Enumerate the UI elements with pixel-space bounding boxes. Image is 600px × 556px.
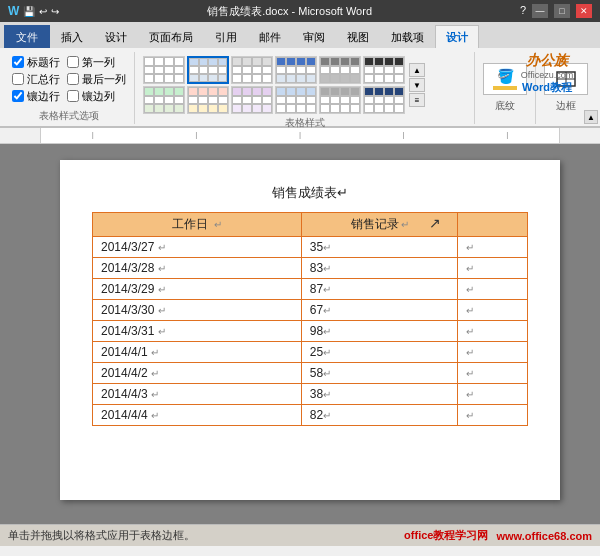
help-button[interactable]: ? <box>520 4 526 18</box>
styles-scroll-down[interactable]: ▼ <box>409 78 425 92</box>
table-style-4[interactable] <box>275 56 317 84</box>
cell-extra: ↵ <box>458 342 528 363</box>
minimize-button[interactable]: — <box>532 4 548 18</box>
table-style-7[interactable] <box>143 86 185 114</box>
table-row: 2014/4/2 ↵ 58↵ ↵ <box>93 363 528 384</box>
total-row-label: 汇总行 <box>27 72 60 87</box>
cell-extra: ↵ <box>458 405 528 426</box>
banded-rows-option[interactable]: 镶边行 镶边列 <box>12 89 126 104</box>
sales-table-body: 2014/3/27 ↵ 35↵ ↵ 2014/3/28 ↵ 83↵ ↵ 2014… <box>93 237 528 426</box>
cell-extra: ↵ <box>458 279 528 300</box>
ruler: | | | | | <box>0 128 600 144</box>
table-row: 2014/3/30 ↵ 67↵ ↵ <box>93 300 528 321</box>
styles-expand[interactable]: ≡ <box>409 93 425 107</box>
tab-layout[interactable]: 页面布局 <box>138 25 204 48</box>
table-styles-row: ▲ ▼ ≡ <box>143 56 466 114</box>
table-style-3[interactable] <box>231 56 273 84</box>
tab-view[interactable]: 视图 <box>336 25 380 48</box>
office-site-url: www.office68.com <box>496 530 592 542</box>
total-row-option[interactable]: 汇总行 最后一列 <box>12 72 126 87</box>
table-style-12[interactable] <box>363 86 405 114</box>
tab-design-page[interactable]: 设计 <box>94 25 138 48</box>
tab-file[interactable]: 文件 <box>4 25 50 48</box>
cell-value: 82↵ <box>301 405 458 426</box>
title-bar: W 💾 ↩ ↪ 销售成绩表.docx - Microsoft Word ? — … <box>0 0 600 22</box>
cell-extra: ↵ <box>458 258 528 279</box>
first-col-label: 第一列 <box>82 55 115 70</box>
cell-date: 2014/4/2 ↵ <box>93 363 302 384</box>
cell-value: 98↵ <box>301 321 458 342</box>
banded-rows-checkbox[interactable] <box>12 90 24 102</box>
header-row-label: 标题行 <box>27 55 60 70</box>
window-controls: ? — □ ✕ <box>520 4 592 18</box>
tab-addins[interactable]: 加载项 <box>380 25 435 48</box>
doc-wrapper: 销售成绩表↵ 工作日 ↵ 销售记录↵ ↗ <box>40 160 560 500</box>
table-style-5[interactable] <box>319 56 361 84</box>
cell-date: 2014/4/1 ↵ <box>93 342 302 363</box>
logo-area: 办公族 Officezu.com Word教程 <box>502 52 592 95</box>
banded-rows-label: 镶边行 <box>27 89 60 104</box>
table-row: 2014/3/27 ↵ 35↵ ↵ <box>93 237 528 258</box>
table-row: 2014/4/3 ↵ 38↵ ↵ <box>93 384 528 405</box>
cell-value: 67↵ <box>301 300 458 321</box>
mouse-cursor: ↗ <box>429 215 441 231</box>
ribbon-content: 标题行 第一列 汇总行 最后一列 镶边行 镶边列 表格样式选项 <box>0 48 600 128</box>
quick-access-save[interactable]: 💾 <box>23 6 35 17</box>
tab-references[interactable]: 引用 <box>204 25 248 48</box>
document-title: 销售成绩表↵ <box>92 184 528 202</box>
tab-mailings[interactable]: 邮件 <box>248 25 292 48</box>
table-style-11[interactable] <box>319 86 361 114</box>
table-style-options-section: 标题行 第一列 汇总行 最后一列 镶边行 镶边列 表格样式选项 <box>4 52 135 124</box>
table-styles-section: ▲ ▼ ≡ 表格样式 <box>135 52 475 124</box>
cell-date: 2014/3/30 ↵ <box>93 300 302 321</box>
tab-insert[interactable]: 插入 <box>50 25 94 48</box>
quick-access-undo[interactable]: ↩ <box>39 6 47 17</box>
document-area: 销售成绩表↵ 工作日 ↵ 销售记录↵ ↗ <box>0 144 600 524</box>
logo-brand: 办公族 <box>502 52 592 70</box>
cell-date: 2014/4/3 ↵ <box>93 384 302 405</box>
table-header-sales: 销售记录↵ ↗ <box>301 213 458 237</box>
tab-review[interactable]: 审阅 <box>292 25 336 48</box>
header-row-checkbox[interactable] <box>12 56 24 68</box>
collapse-ribbon-button[interactable]: ▲ <box>584 110 598 124</box>
ribbon-tabs: 文件 插入 设计 页面布局 引用 邮件 审阅 视图 加载项 设计 <box>0 22 600 48</box>
logo-product: Word教程 <box>502 80 592 95</box>
sales-table: 工作日 ↵ 销售记录↵ ↗ 2014/3/27 ↵ 35↵ ↵ 2014/3 <box>92 212 528 426</box>
shading-label: 底纹 <box>495 99 515 113</box>
table-header-empty <box>458 213 528 237</box>
status-message: 单击并拖拽以将格式应用于表格边框。 <box>8 528 195 543</box>
table-style-9[interactable] <box>231 86 273 114</box>
cell-value: 25↵ <box>301 342 458 363</box>
table-style-8[interactable] <box>187 86 229 114</box>
cell-value: 38↵ <box>301 384 458 405</box>
title-bar-left: W 💾 ↩ ↪ <box>8 4 59 18</box>
cell-date: 2014/3/27 ↵ <box>93 237 302 258</box>
maximize-button[interactable]: □ <box>554 4 570 18</box>
cell-value: 83↵ <box>301 258 458 279</box>
tab-table-design[interactable]: 设计 <box>435 25 479 48</box>
first-col-checkbox[interactable] <box>67 56 79 68</box>
banded-cols-label: 镶边列 <box>82 89 115 104</box>
table-style-10[interactable] <box>275 86 317 114</box>
table-style-light-shading[interactable] <box>187 56 229 84</box>
styles-scroll-up[interactable]: ▲ <box>409 63 425 77</box>
table-style-6[interactable] <box>363 56 405 84</box>
banded-cols-checkbox[interactable] <box>67 90 79 102</box>
total-row-checkbox[interactable] <box>12 73 24 85</box>
last-col-label: 最后一列 <box>82 72 126 87</box>
border-label: 边框 <box>556 99 576 113</box>
cell-date: 2014/4/4 ↵ <box>93 405 302 426</box>
table-row: 2014/4/4 ↵ 82↵ ↵ <box>93 405 528 426</box>
close-button[interactable]: ✕ <box>576 4 592 18</box>
cell-value: 35↵ <box>301 237 458 258</box>
table-row: 2014/3/31 ↵ 98↵ ↵ <box>93 321 528 342</box>
table-row: 2014/3/28 ↵ 83↵ ↵ <box>93 258 528 279</box>
left-margin <box>40 160 60 260</box>
table-row: 2014/4/1 ↵ 25↵ ↵ <box>93 342 528 363</box>
header-row-option[interactable]: 标题行 第一列 <box>12 55 126 70</box>
cell-value: 58↵ <box>301 363 458 384</box>
quick-access-redo[interactable]: ↪ <box>51 6 59 17</box>
last-col-checkbox[interactable] <box>67 73 79 85</box>
header-arrow-2: ↵ <box>401 219 409 230</box>
table-style-plain[interactable] <box>143 56 185 84</box>
